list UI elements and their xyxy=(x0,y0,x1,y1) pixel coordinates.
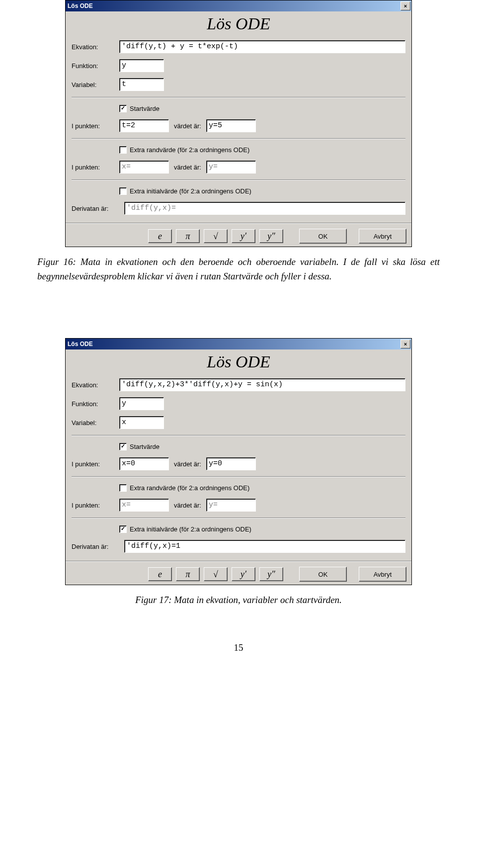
button-row: e π √ y′ y″ OK Avbryt xyxy=(66,564,411,585)
checkbox-icon: ✓ xyxy=(119,525,127,533)
dialog-los-ode-2: Lös ODE × Lös ODE Ekvation: 'diff(y,x,2)… xyxy=(65,338,412,585)
label-vardet: värdet är: xyxy=(174,502,201,509)
derivatan-input[interactable]: 'diff(y,x)= xyxy=(124,202,405,215)
pi-button[interactable]: π xyxy=(176,229,200,243)
label-variabel: Variabel: xyxy=(72,81,114,88)
dialog-los-ode-1: Lös ODE × Lös ODE Ekvation: 'diff(y,t) +… xyxy=(65,0,412,247)
ekvation-input[interactable]: 'diff(y,t) + y = t*exp(-t) xyxy=(119,40,405,53)
label-funktion: Funktion: xyxy=(72,62,114,70)
figure-16-caption: Figur 16: Mata in ekvationen och den ber… xyxy=(37,255,440,283)
yprime-button[interactable]: y′ xyxy=(232,567,255,581)
label-ipunkten: I punkten: xyxy=(72,502,114,509)
titlebar[interactable]: Lös ODE × xyxy=(66,339,411,349)
ekvation-input[interactable]: 'diff(y,x,2)+3*'diff(y,x)+y = sin(x) xyxy=(119,378,405,391)
extra-init-label: Extra initialvärde (för 2:a ordningens O… xyxy=(130,525,251,533)
cancel-button[interactable]: Avbryt xyxy=(359,229,406,244)
sqrt-button[interactable]: √ xyxy=(204,229,228,243)
funktion-input[interactable]: y xyxy=(119,397,164,410)
punkt2-input[interactable]: x= xyxy=(119,161,169,174)
checkbox-icon: ✓ xyxy=(119,443,127,450)
e-button[interactable]: e xyxy=(148,567,172,581)
checkbox-icon xyxy=(119,484,127,492)
derivatan-input[interactable]: 'diff(y,x)=1 xyxy=(124,540,405,553)
varde2-input[interactable]: y= xyxy=(206,161,256,174)
label-vardet: värdet är: xyxy=(174,460,201,468)
varde2-input[interactable]: y= xyxy=(206,499,256,512)
ydoubleprime-button[interactable]: y″ xyxy=(259,229,283,243)
label-ipunkten: I punkten: xyxy=(72,122,114,130)
checkbox-icon xyxy=(119,146,127,154)
startvarde-label: Startvärde xyxy=(130,443,159,450)
label-vardet: värdet är: xyxy=(174,164,201,171)
sqrt-button[interactable]: √ xyxy=(204,567,228,581)
extra-init-checkbox[interactable]: ✓ Extra initialvärde (för 2:a ordningens… xyxy=(119,525,405,533)
variabel-input[interactable]: x xyxy=(119,416,164,429)
page-number: 15 xyxy=(37,642,440,653)
startvarde-label: Startvärde xyxy=(130,105,159,112)
label-funktion: Funktion: xyxy=(72,400,114,408)
e-button[interactable]: e xyxy=(148,229,172,243)
punkt2-input[interactable]: x= xyxy=(119,499,169,512)
pi-button[interactable]: π xyxy=(176,567,200,581)
extra-init-label: Extra initialvärde (för 2:a ordningens O… xyxy=(130,187,251,195)
ok-button[interactable]: OK xyxy=(299,229,347,244)
label-vardet: värdet är: xyxy=(174,122,201,130)
window-title: Lös ODE xyxy=(68,341,93,347)
label-derivatan: Derivatan är: xyxy=(72,205,119,212)
extra-rand-checkbox[interactable]: Extra randvärde (för 2:a ordningens ODE) xyxy=(119,146,405,154)
button-row: e π √ y′ y″ OK Avbryt xyxy=(66,226,411,247)
extra-rand-label: Extra randvärde (för 2:a ordningens ODE) xyxy=(130,146,249,154)
label-variabel: Variabel: xyxy=(72,419,114,427)
window-title: Lös ODE xyxy=(68,2,93,9)
punkt1-input[interactable]: x=0 xyxy=(119,457,169,470)
cancel-button[interactable]: Avbryt xyxy=(359,567,406,582)
label-derivatan: Derivatan är: xyxy=(72,543,119,550)
startvarde-checkbox[interactable]: ✓ Startvärde xyxy=(119,105,405,112)
checkbox-icon: ✓ xyxy=(119,105,127,112)
ok-button[interactable]: OK xyxy=(299,567,347,582)
extra-init-checkbox[interactable]: Extra initialvärde (för 2:a ordningens O… xyxy=(119,187,405,195)
varde1-input[interactable]: y=5 xyxy=(206,119,256,132)
figure-17-caption: Figur 17: Mata in ekvation, variabler oc… xyxy=(37,593,440,608)
startvarde-checkbox[interactable]: ✓ Startvärde xyxy=(119,443,405,450)
dialog-heading: Lös ODE xyxy=(66,11,411,38)
label-ipunkten: I punkten: xyxy=(72,460,114,468)
yprime-button[interactable]: y′ xyxy=(232,229,255,243)
close-icon[interactable]: × xyxy=(400,1,410,10)
close-icon[interactable]: × xyxy=(400,340,410,348)
label-ipunkten: I punkten: xyxy=(72,164,114,171)
ydoubleprime-button[interactable]: y″ xyxy=(259,567,283,581)
variabel-input[interactable]: t xyxy=(119,78,164,91)
dialog-heading: Lös ODE xyxy=(66,349,411,376)
label-ekvation: Ekvation: xyxy=(72,381,114,389)
extra-rand-label: Extra randvärde (för 2:a ordningens ODE) xyxy=(130,484,249,492)
punkt1-input[interactable]: t=2 xyxy=(119,119,169,132)
extra-rand-checkbox[interactable]: Extra randvärde (för 2:a ordningens ODE) xyxy=(119,484,405,492)
checkbox-icon xyxy=(119,187,127,195)
varde1-input[interactable]: y=0 xyxy=(206,457,256,470)
funktion-input[interactable]: y xyxy=(119,59,164,72)
titlebar[interactable]: Lös ODE × xyxy=(66,0,411,11)
label-ekvation: Ekvation: xyxy=(72,43,114,51)
